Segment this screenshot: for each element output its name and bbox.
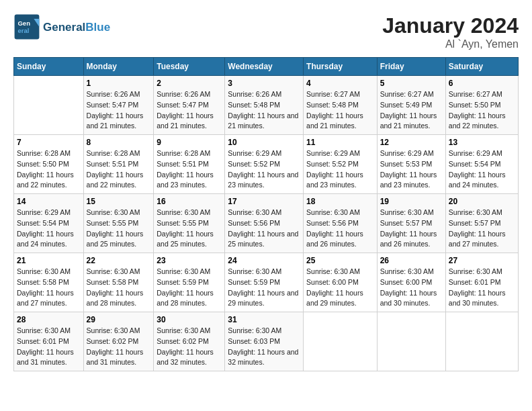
header-day-wednesday: Wednesday — [225, 58, 304, 76]
day-info: Sunrise: 6:29 AMSunset: 5:52 PMDaylight:… — [228, 149, 298, 189]
title-block: January 2024 Al `Ayn, Yemen — [382, 13, 519, 50]
day-info: Sunrise: 6:29 AMSunset: 5:54 PMDaylight:… — [17, 208, 74, 248]
day-number: 26 — [380, 256, 443, 265]
logo-icon: Gen eral — [13, 13, 40, 40]
week-row-2: 7Sunrise: 6:28 AMSunset: 5:50 PMDaylight… — [14, 135, 519, 194]
calendar-cell: 19Sunrise: 6:30 AMSunset: 5:57 PMDayligh… — [377, 194, 445, 253]
logo-blue: Blue — [85, 21, 110, 34]
day-info: Sunrise: 6:26 AMSunset: 5:47 PMDaylight:… — [87, 90, 144, 130]
day-info: Sunrise: 6:30 AMSunset: 5:58 PMDaylight:… — [17, 267, 74, 307]
header-row: SundayMondayTuesdayWednesdayThursdayFrid… — [14, 58, 519, 76]
calendar-cell: 13Sunrise: 6:29 AMSunset: 5:54 PMDayligh… — [445, 135, 518, 194]
week-row-3: 14Sunrise: 6:29 AMSunset: 5:54 PMDayligh… — [14, 194, 519, 253]
calendar-cell: 17Sunrise: 6:30 AMSunset: 5:56 PMDayligh… — [225, 194, 304, 253]
day-number: 8 — [87, 138, 151, 147]
day-info: Sunrise: 6:30 AMSunset: 6:00 PMDaylight:… — [306, 267, 363, 307]
calendar-cell: 14Sunrise: 6:29 AMSunset: 5:54 PMDayligh… — [14, 194, 84, 253]
day-number: 10 — [228, 138, 300, 147]
day-info: Sunrise: 6:29 AMSunset: 5:52 PMDaylight:… — [306, 149, 363, 189]
day-info: Sunrise: 6:30 AMSunset: 6:02 PMDaylight:… — [157, 326, 214, 366]
calendar-cell: 5Sunrise: 6:27 AMSunset: 5:49 PMDaylight… — [377, 76, 445, 135]
svg-text:eral: eral — [17, 27, 29, 34]
day-number: 21 — [17, 256, 81, 265]
svg-text:Gen: Gen — [17, 19, 30, 27]
day-info: Sunrise: 6:30 AMSunset: 6:02 PMDaylight:… — [87, 326, 144, 366]
calendar-title: January 2024 — [382, 13, 519, 38]
day-number: 16 — [157, 197, 222, 206]
day-info: Sunrise: 6:30 AMSunset: 6:00 PMDaylight:… — [380, 267, 437, 307]
day-info: Sunrise: 6:30 AMSunset: 5:58 PMDaylight:… — [87, 267, 144, 307]
day-info: Sunrise: 6:30 AMSunset: 6:01 PMDaylight:… — [17, 326, 74, 366]
day-number: 17 — [228, 197, 300, 206]
day-info: Sunrise: 6:28 AMSunset: 5:51 PMDaylight:… — [87, 149, 144, 189]
calendar-cell: 31Sunrise: 6:30 AMSunset: 6:03 PMDayligh… — [225, 312, 304, 371]
day-number: 6 — [449, 79, 515, 88]
calendar-cell: 20Sunrise: 6:30 AMSunset: 5:57 PMDayligh… — [445, 194, 518, 253]
day-info: Sunrise: 6:30 AMSunset: 5:56 PMDaylight:… — [306, 208, 363, 248]
day-number: 29 — [87, 315, 151, 324]
week-row-1: 1Sunrise: 6:26 AMSunset: 5:47 PMDaylight… — [14, 76, 519, 135]
calendar-cell — [14, 76, 84, 135]
calendar-cell: 30Sunrise: 6:30 AMSunset: 6:02 PMDayligh… — [154, 312, 225, 371]
day-info: Sunrise: 6:28 AMSunset: 5:50 PMDaylight:… — [17, 149, 74, 189]
calendar-cell: 12Sunrise: 6:29 AMSunset: 5:53 PMDayligh… — [377, 135, 445, 194]
day-info: Sunrise: 6:27 AMSunset: 5:50 PMDaylight:… — [449, 90, 506, 130]
day-info: Sunrise: 6:30 AMSunset: 5:55 PMDaylight:… — [87, 208, 144, 248]
header-day-saturday: Saturday — [445, 58, 518, 76]
calendar-cell: 23Sunrise: 6:30 AMSunset: 5:59 PMDayligh… — [154, 253, 225, 312]
logo: Gen eral GeneralBlue — [13, 13, 110, 40]
day-info: Sunrise: 6:27 AMSunset: 5:49 PMDaylight:… — [380, 90, 437, 130]
header-day-monday: Monday — [83, 58, 154, 76]
day-info: Sunrise: 6:30 AMSunset: 5:56 PMDaylight:… — [228, 208, 298, 248]
calendar-cell: 11Sunrise: 6:29 AMSunset: 5:52 PMDayligh… — [304, 135, 378, 194]
day-info: Sunrise: 6:30 AMSunset: 6:03 PMDaylight:… — [228, 326, 298, 366]
calendar-cell: 26Sunrise: 6:30 AMSunset: 6:00 PMDayligh… — [377, 253, 445, 312]
day-info: Sunrise: 6:30 AMSunset: 5:59 PMDaylight:… — [157, 267, 214, 307]
calendar-cell: 10Sunrise: 6:29 AMSunset: 5:52 PMDayligh… — [225, 135, 304, 194]
day-info: Sunrise: 6:28 AMSunset: 5:51 PMDaylight:… — [157, 149, 214, 189]
day-info: Sunrise: 6:26 AMSunset: 5:47 PMDaylight:… — [157, 90, 214, 130]
day-number: 9 — [157, 138, 222, 147]
day-number: 7 — [17, 138, 81, 147]
day-info: Sunrise: 6:29 AMSunset: 5:54 PMDaylight:… — [449, 149, 506, 189]
calendar-cell: 28Sunrise: 6:30 AMSunset: 6:01 PMDayligh… — [14, 312, 84, 371]
day-info: Sunrise: 6:30 AMSunset: 5:57 PMDaylight:… — [449, 208, 506, 248]
day-number: 31 — [228, 315, 300, 324]
day-number: 20 — [449, 197, 515, 206]
calendar-cell: 9Sunrise: 6:28 AMSunset: 5:51 PMDaylight… — [154, 135, 225, 194]
calendar-table: SundayMondayTuesdayWednesdayThursdayFrid… — [13, 57, 519, 371]
header-day-friday: Friday — [377, 58, 445, 76]
day-info: Sunrise: 6:30 AMSunset: 5:59 PMDaylight:… — [228, 267, 298, 307]
day-number: 4 — [306, 79, 374, 88]
calendar-cell: 8Sunrise: 6:28 AMSunset: 5:51 PMDaylight… — [83, 135, 154, 194]
day-number: 22 — [87, 256, 151, 265]
day-info: Sunrise: 6:26 AMSunset: 5:48 PMDaylight:… — [228, 90, 298, 130]
day-info: Sunrise: 6:30 AMSunset: 5:57 PMDaylight:… — [380, 208, 437, 248]
calendar-cell: 6Sunrise: 6:27 AMSunset: 5:50 PMDaylight… — [445, 76, 518, 135]
calendar-cell: 15Sunrise: 6:30 AMSunset: 5:55 PMDayligh… — [83, 194, 154, 253]
calendar-cell: 24Sunrise: 6:30 AMSunset: 5:59 PMDayligh… — [225, 253, 304, 312]
day-info: Sunrise: 6:30 AMSunset: 6:01 PMDaylight:… — [449, 267, 506, 307]
day-number: 25 — [306, 256, 374, 265]
calendar-cell: 18Sunrise: 6:30 AMSunset: 5:56 PMDayligh… — [304, 194, 378, 253]
day-number: 23 — [157, 256, 222, 265]
day-number: 11 — [306, 138, 374, 147]
calendar-cell: 29Sunrise: 6:30 AMSunset: 6:02 PMDayligh… — [83, 312, 154, 371]
day-number: 27 — [449, 256, 515, 265]
week-row-4: 21Sunrise: 6:30 AMSunset: 5:58 PMDayligh… — [14, 253, 519, 312]
calendar-cell: 1Sunrise: 6:26 AMSunset: 5:47 PMDaylight… — [83, 76, 154, 135]
calendar-cell — [377, 312, 445, 371]
day-number: 18 — [306, 197, 374, 206]
calendar-cell: 22Sunrise: 6:30 AMSunset: 5:58 PMDayligh… — [83, 253, 154, 312]
day-number: 2 — [157, 79, 222, 88]
calendar-cell: 4Sunrise: 6:27 AMSunset: 5:48 PMDaylight… — [304, 76, 378, 135]
calendar-cell: 2Sunrise: 6:26 AMSunset: 5:47 PMDaylight… — [154, 76, 225, 135]
calendar-cell — [445, 312, 518, 371]
day-number: 28 — [17, 315, 81, 324]
header-day-tuesday: Tuesday — [154, 58, 225, 76]
calendar-cell: 7Sunrise: 6:28 AMSunset: 5:50 PMDaylight… — [14, 135, 84, 194]
day-number: 19 — [380, 197, 443, 206]
day-number: 30 — [157, 315, 222, 324]
page-header: Gen eral GeneralBlue January 2024 Al `Ay… — [13, 13, 519, 50]
calendar-cell: 16Sunrise: 6:30 AMSunset: 5:55 PMDayligh… — [154, 194, 225, 253]
